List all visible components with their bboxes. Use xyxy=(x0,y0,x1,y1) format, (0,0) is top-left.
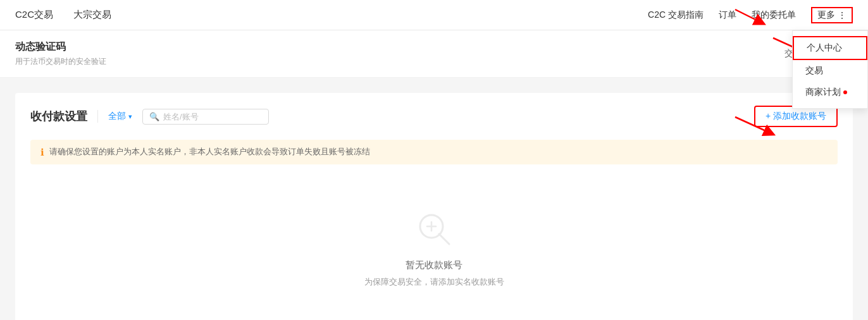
main-header: C2C交易 大宗交易 C2C 交易指南 订单 我的委托单 更多 ⋮ 个人中心 交… xyxy=(0,0,868,30)
nav-bulk[interactable]: 大宗交易 xyxy=(73,9,111,21)
sub-header-left: 动态验证码 用于法币交易时的安全验证 xyxy=(15,40,106,67)
dropdown-personal[interactable]: 个人中心 xyxy=(793,36,867,60)
search-icon: 🔍 xyxy=(149,112,159,121)
merchant-label: 商家计划 xyxy=(805,87,841,98)
verification-title: 动态验证码 xyxy=(15,40,106,54)
nav-right: C2C 交易指南 订单 我的委托单 更多 ⋮ xyxy=(648,7,853,23)
empty-icon xyxy=(414,209,454,249)
dropdown-trade[interactable]: 交易 xyxy=(793,60,867,82)
add-account-button[interactable]: + 添加收款账号 xyxy=(754,106,838,127)
payment-header: 收付款设置 全部 ▾ 🔍 + 添加收款账号 xyxy=(30,106,838,127)
dropdown-merchant[interactable]: 商家计划 xyxy=(793,82,867,103)
payment-title-area: 收付款设置 全部 ▾ 🔍 xyxy=(30,109,269,125)
notice-banner: ℹ 请确保您设置的账户为本人实名账户，非本人实名账户收款会导致订单失败且账号被冻… xyxy=(30,140,838,164)
chevron-down-icon: ▾ xyxy=(128,113,132,121)
dropdown-menu: 个人中心 交易 商家计划 xyxy=(792,30,868,109)
nav-left: C2C交易 大宗交易 xyxy=(15,9,111,21)
merchant-dot xyxy=(843,90,847,94)
nav-delegate[interactable]: 我的委托单 xyxy=(752,9,796,21)
empty-state: 暂无收款账号 为保障交易安全，请添加实名收款账号 xyxy=(30,190,838,313)
verification-subtitle: 用于法币交易时的安全验证 xyxy=(15,56,106,67)
more-button[interactable]: 更多 ⋮ xyxy=(811,7,853,23)
empty-title: 暂无收款账号 xyxy=(406,259,462,271)
notice-text: 请确保您设置的账户为本人实名账户，非本人实名账户收款会导致订单失败且账号被冻结 xyxy=(49,146,370,157)
more-label: 更多 xyxy=(817,9,835,21)
more-icon: ⋮ xyxy=(838,10,846,20)
filter-button[interactable]: 全部 ▾ xyxy=(108,111,132,122)
svg-line-1 xyxy=(439,234,449,244)
filter-label: 全部 xyxy=(108,111,126,122)
nav-orders[interactable]: 订单 xyxy=(719,9,736,21)
search-wrapper: 🔍 xyxy=(142,109,269,125)
nav-c2c[interactable]: C2C交易 xyxy=(15,9,53,21)
payment-title: 收付款设置 xyxy=(30,109,87,124)
empty-desc: 为保障交易安全，请添加实名收款账号 xyxy=(364,276,504,288)
warning-icon: ℹ xyxy=(40,147,44,158)
divider xyxy=(97,110,98,123)
sub-header: 动态验证码 用于法币交易时的安全验证 交易 个人中心 xyxy=(0,30,868,78)
payment-section: 收付款设置 全部 ▾ 🔍 + 添加收款账号 ℹ 请确保您设置的账户为本人实名账户 xyxy=(15,93,853,320)
nav-guide[interactable]: C2C 交易指南 xyxy=(648,9,704,21)
search-input[interactable] xyxy=(163,112,262,121)
main-content: 收付款设置 全部 ▾ 🔍 + 添加收款账号 ℹ 请确保您设置的账户为本人实名账户 xyxy=(0,78,868,320)
